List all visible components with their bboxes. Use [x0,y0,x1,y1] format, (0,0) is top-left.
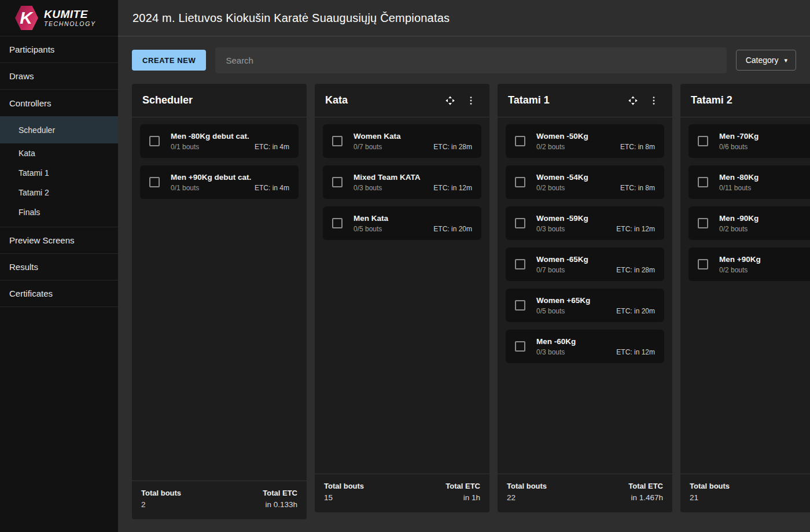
total-bouts-value: 21 [690,493,730,502]
column-header: Tatami 2 [680,84,810,117]
column-cards: Women Kata 0/7 bouts ETC: in 28m Mixed T… [315,117,489,474]
card-bouts: 0/1 bouts [171,184,199,192]
kebab-menu-icon[interactable] [648,95,660,106]
category-card[interactable]: Men -60Kg 0/3 bouts ETC: in 12m [506,330,664,363]
card-checkbox[interactable] [149,136,160,146]
board-column: Kata [315,84,489,512]
category-card[interactable]: Women -65Kg 0/7 bouts ETC: in 28m [506,247,664,281]
card-checkbox[interactable] [698,177,708,187]
card-title: Men -70Kg [719,132,810,141]
category-card[interactable]: Men -80Kg 0/11 bouts [689,165,810,199]
total-bouts-label: Total bouts [324,482,364,490]
sidebar-item-participants[interactable]: Participants [0,36,118,63]
card-title: Men -60Kg [536,337,655,346]
sidebar-item-draws[interactable]: Draws [0,63,118,90]
card-bouts: 0/3 bouts [536,348,565,356]
sidebar-item-preview-screens[interactable]: Preview Screens [0,227,118,254]
sidebar-item-tatami-2[interactable]: Tatami 2 [0,183,118,202]
card-etc: ETC: in 8m [620,143,655,151]
card-checkbox[interactable] [515,136,525,146]
card-etc: ETC: in 28m [433,143,472,151]
kebab-menu-icon[interactable] [465,95,477,106]
category-card[interactable]: Men -90Kg 0/2 bouts [689,206,810,240]
sidebar-item-results[interactable]: Results [0,254,118,280]
card-etc: ETC: in 4m [255,143,289,151]
total-etc-value: in 0.133h [263,500,297,509]
card-checkbox[interactable] [332,177,343,187]
category-card[interactable]: Men Kata 0/5 bouts ETC: in 20m [323,206,481,240]
page-header: 2024 m. Lietuvos Kiokušin Karatė Suaugus… [118,0,810,36]
brand-tagline: TECHNOLOGY [44,21,96,27]
card-title: Men -80Kg [719,173,810,182]
card-checkbox[interactable] [515,177,525,187]
board: Scheduler [132,84,810,519]
column-cards: Men -80Kg debut cat. 0/1 bouts ETC: in 4… [132,117,307,481]
search-input[interactable] [215,47,726,73]
card-checkbox[interactable] [515,218,525,228]
card-checkbox[interactable] [515,341,525,352]
card-bouts: 0/2 bouts [536,184,565,192]
card-bouts: 0/5 bouts [354,225,382,233]
total-etc-value: in 1.467h [628,493,663,502]
card-bouts: 0/5 bouts [536,307,565,315]
total-bouts-label: Total bouts [690,482,730,490]
card-etc: ETC: in 12m [616,225,655,233]
category-filter-label: Category [746,56,779,65]
card-bouts: 0/2 bouts [719,266,748,274]
card-title: Men Kata [354,214,472,223]
card-etc: ETC: in 28m [616,266,655,274]
column-title: Scheduler [142,94,294,106]
card-etc: ETC: in 12m [616,348,655,356]
sidebar-item-kata[interactable]: Kata [0,143,118,163]
board-column: Tatami 2 [680,84,810,512]
total-bouts-label: Total bouts [141,489,181,497]
column-title: Kata [325,94,444,106]
card-checkbox[interactable] [698,259,708,269]
move-column-icon[interactable] [627,95,639,106]
category-filter-button[interactable]: Category ▾ [736,50,796,71]
move-column-icon[interactable] [444,95,456,106]
card-title: Women +65Kg [536,296,655,305]
sidebar-item-tatami-1[interactable]: Tatami 1 [0,163,118,183]
total-etc-label: Total ETC [446,482,480,490]
card-bouts: 0/6 bouts [719,143,748,151]
category-card[interactable]: Women -59Kg 0/3 bouts ETC: in 12m [506,206,664,240]
card-title: Men +90Kg debut cat. [171,173,289,182]
card-checkbox[interactable] [698,218,708,228]
category-card[interactable]: Men -70Kg 0/6 bouts [689,124,810,158]
total-etc-label: Total ETC [263,489,297,497]
card-checkbox[interactable] [332,136,343,146]
card-checkbox[interactable] [149,177,160,187]
card-etc: ETC: in 20m [433,225,472,233]
sidebar-item-scheduler[interactable]: Scheduler [0,116,118,143]
category-card[interactable]: Mixed Team KATA 0/3 bouts ETC: in 12m [323,165,481,199]
category-card[interactable]: Men +90Kg debut cat. 0/1 bouts ETC: in 4… [140,165,299,199]
card-title: Women -65Kg [536,255,655,264]
create-new-button[interactable]: CREATE NEW [132,50,206,71]
sidebar: K KUMITE TECHNOLOGY Participants Draws C… [0,0,118,532]
card-bouts: 0/11 bouts [719,184,751,192]
card-checkbox[interactable] [698,136,708,146]
card-bouts: 0/3 bouts [354,184,382,192]
category-card[interactable]: Women +65Kg 0/5 bouts ETC: in 20m [506,289,664,322]
card-checkbox[interactable] [515,300,525,311]
column-footer: Total bouts 2 Total ETC in 0.133h [132,481,307,519]
column-header: Tatami 1 [498,84,672,117]
brand-logo-letter: K [20,9,32,27]
card-checkbox[interactable] [332,218,343,228]
sidebar-item-certificates[interactable]: Certificates [0,280,118,307]
card-checkbox[interactable] [515,259,525,269]
sidebar-item-finals[interactable]: Finals [0,202,118,222]
total-bouts-label: Total bouts [507,482,547,490]
category-card[interactable]: Women -50Kg 0/2 bouts ETC: in 8m [506,124,664,158]
category-card[interactable]: Women -54Kg 0/2 bouts ETC: in 8m [506,165,664,199]
category-card[interactable]: Men +90Kg 0/2 bouts [689,247,810,281]
column-title: Tatami 1 [508,94,627,106]
card-etc: ETC: in 20m [616,307,655,315]
sidebar-item-controllers[interactable]: Controllers [0,90,118,116]
caret-down-icon: ▾ [784,57,787,64]
category-card[interactable]: Men -80Kg debut cat. 0/1 bouts ETC: in 4… [140,124,299,158]
brand-logo: K KUMITE TECHNOLOGY [0,0,118,36]
category-card[interactable]: Women Kata 0/7 bouts ETC: in 28m [323,124,481,158]
card-bouts: 0/7 bouts [536,266,565,274]
